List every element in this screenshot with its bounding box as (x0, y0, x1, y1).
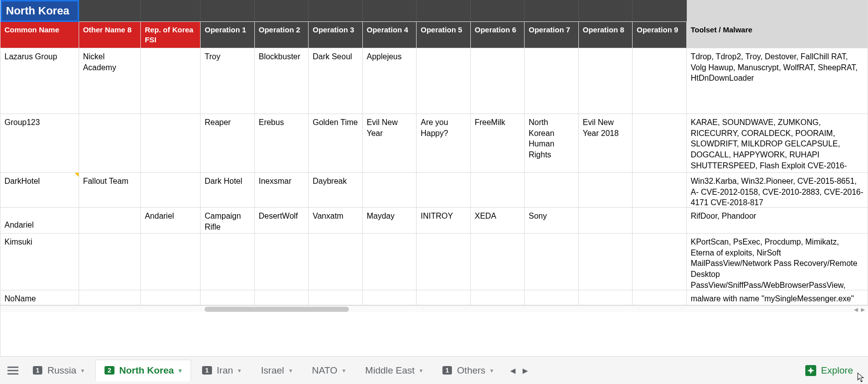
cell-op4[interactable] (363, 234, 417, 290)
cell-otherName[interactable]: Fallout Team (79, 173, 141, 208)
cell-op6[interactable] (471, 48, 525, 114)
cell-op7[interactable] (525, 290, 579, 305)
col-header-other-name[interactable]: Other Name 8 (79, 22, 141, 49)
chevron-down-icon[interactable]: ▾ (81, 367, 84, 374)
cell-op7[interactable] (525, 234, 579, 290)
cell-op3[interactable]: Daybreak (309, 173, 363, 208)
cell-repKoreaFSI[interactable] (141, 234, 201, 290)
cell-op5[interactable]: INITROY (417, 208, 471, 234)
cell-op9[interactable] (633, 173, 687, 208)
cell-op8[interactable] (579, 234, 633, 290)
cell-op6[interactable]: FreeMilk (471, 114, 525, 173)
cell-op5[interactable]: Are you Happy? (417, 114, 471, 173)
cell-op8[interactable] (579, 208, 633, 234)
col-header-op7[interactable]: Operation 7 (525, 22, 579, 49)
col-header-op8[interactable]: Operation 8 (579, 22, 633, 49)
cell-commonName[interactable]: Group123 (0, 114, 79, 173)
cell-op4[interactable]: Evil New Year (363, 114, 417, 173)
cell-commonName[interactable]: Andariel (0, 208, 79, 234)
cell-op3[interactable]: Golden Time (309, 114, 363, 173)
col-header-op3[interactable]: Operation 3 (309, 22, 363, 49)
cell-op7[interactable] (525, 48, 579, 114)
cell-toolset[interactable]: RifDoor, Phandoor (687, 208, 868, 234)
all-sheets-button[interactable] (4, 362, 22, 380)
cell-op7[interactable]: Sony (525, 208, 579, 234)
cell-op8[interactable] (579, 290, 633, 305)
sheet-tab-others[interactable]: 1Others▾ (434, 360, 502, 382)
cell-toolset[interactable]: KARAE, SOUNDWAVE, ZUMKONG, RICECURRY, CO… (687, 114, 868, 173)
cell-toolset[interactable]: malware with name "mySingleMessenger.exe… (687, 290, 868, 305)
cell-op9[interactable] (633, 114, 687, 173)
chevron-down-icon[interactable]: ▾ (342, 367, 345, 374)
cell-op6[interactable] (471, 173, 525, 208)
cell-op7[interactable] (525, 173, 579, 208)
chevron-down-icon[interactable]: ▾ (289, 367, 292, 374)
sheet-title-cell[interactable]: North Korea (0, 0, 79, 22)
sheet-tab-israel[interactable]: Israel▾ (252, 360, 301, 382)
explore-button[interactable]: Explore (794, 365, 864, 376)
cell-op6[interactable] (471, 234, 525, 290)
sheet-tab-north-korea[interactable]: 2North Korea▾ (95, 360, 191, 382)
cell-repKoreaFSI[interactable] (141, 290, 201, 305)
sheet-tab-middle-east[interactable]: Middle East▾ (356, 360, 432, 382)
cell-toolset[interactable]: Tdrop, Tdrop2, Troy, Destover, FallChill… (687, 48, 868, 114)
cell-op7[interactable]: North Korean Human Rights (525, 114, 579, 173)
cell-op2[interactable]: Blockbuster (255, 48, 309, 114)
col-header-op4[interactable]: Operation 4 (363, 22, 417, 49)
col-header-rep-korea-fsi[interactable]: Rep. of Korea FSI (141, 22, 201, 49)
cell-op4[interactable]: Mayday (363, 208, 417, 234)
cell-op4[interactable] (363, 290, 417, 305)
cell-otherName[interactable] (79, 208, 141, 234)
cell-op5[interactable] (417, 290, 471, 305)
cell-repKoreaFSI[interactable] (141, 173, 201, 208)
cell-op1[interactable]: Dark Hotel (201, 173, 255, 208)
cell-op9[interactable] (633, 234, 687, 290)
cell-op2[interactable] (255, 234, 309, 290)
cell-toolset[interactable]: Win32.Karba, Win32.Pioneer, CVE-2015-865… (687, 173, 868, 208)
cell-op9[interactable] (633, 290, 687, 305)
cell-repKoreaFSI[interactable] (141, 48, 201, 114)
col-header-op6[interactable]: Operation 6 (471, 22, 525, 49)
cell-toolset[interactable]: KPortScan, PsExec, Procdump, Mimikatz, E… (687, 234, 868, 290)
col-header-op5[interactable]: Operation 5 (417, 22, 471, 49)
cell-op1[interactable]: Campaign Rifle (201, 208, 255, 234)
cell-commonName[interactable]: Lazarus Group (0, 48, 79, 114)
cell-op1[interactable]: Troy (201, 48, 255, 114)
cell-op5[interactable] (417, 234, 471, 290)
cell-op9[interactable] (633, 48, 687, 114)
cell-op3[interactable] (309, 234, 363, 290)
sheet-tab-russia[interactable]: 1Russia▾ (24, 360, 93, 382)
cell-op8[interactable] (579, 48, 633, 114)
cell-op6[interactable]: XEDA (471, 208, 525, 234)
cell-op4[interactable] (363, 173, 417, 208)
sheet-tab-iran[interactable]: 1Iran▾ (193, 360, 250, 382)
chevron-down-icon[interactable]: ▾ (238, 367, 241, 374)
cell-op2[interactable]: Erebus (255, 114, 309, 173)
chevron-down-icon[interactable]: ▾ (179, 367, 182, 374)
cell-op4[interactable]: Applejeus (363, 48, 417, 114)
chevron-down-icon[interactable]: ▾ (420, 367, 423, 374)
cell-op3[interactable]: Vanxatm (309, 208, 363, 234)
cell-otherName[interactable]: Nickel Academy (79, 48, 141, 114)
cell-op3[interactable]: Dark Seoul (309, 48, 363, 114)
cell-op5[interactable] (417, 48, 471, 114)
sheet-tab-nato[interactable]: NATO▾ (303, 360, 354, 382)
cell-op8[interactable] (579, 173, 633, 208)
cell-commonName[interactable]: NoName (0, 290, 79, 305)
cell-op2[interactable]: Inexsmar (255, 173, 309, 208)
col-header-op9[interactable]: Operation 9 (633, 22, 687, 49)
cell-commonName[interactable]: Kimsuki (0, 234, 79, 290)
cell-op1[interactable] (201, 290, 255, 305)
tab-scroll-right-icon[interactable]: ▶ (523, 367, 528, 375)
cell-op2[interactable]: DesertWolf (255, 208, 309, 234)
cell-otherName[interactable] (79, 290, 141, 305)
col-header-op2[interactable]: Operation 2 (255, 22, 309, 49)
tab-scroll-left-icon[interactable]: ◀ (510, 367, 516, 375)
cell-otherName[interactable] (79, 114, 141, 173)
cell-repKoreaFSI[interactable]: Andariel (141, 208, 201, 234)
scroll-right-icon[interactable]: ▶ (861, 307, 865, 312)
horizontal-scrollbar[interactable]: ◀ ▶ (0, 305, 868, 312)
cell-op1[interactable] (201, 234, 255, 290)
cell-op1[interactable]: Reaper (201, 114, 255, 173)
cell-op3[interactable] (309, 290, 363, 305)
